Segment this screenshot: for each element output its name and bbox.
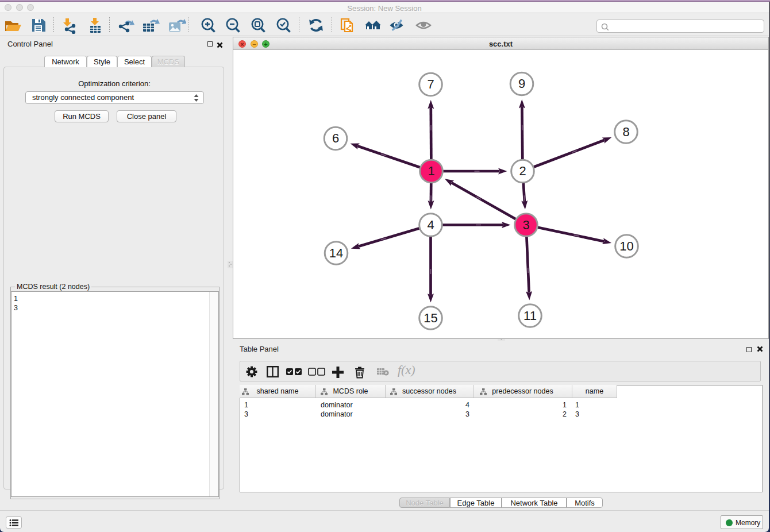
svg-text:9: 9 xyxy=(518,76,525,91)
svg-text:7: 7 xyxy=(427,77,434,91)
svg-text:6: 6 xyxy=(332,131,339,145)
svg-text:10: 10 xyxy=(619,239,633,253)
svg-text:15: 15 xyxy=(424,311,437,325)
svg-text:14: 14 xyxy=(329,246,343,260)
svg-text:3: 3 xyxy=(522,218,529,232)
svg-text:8: 8 xyxy=(622,125,629,139)
svg-text:1: 1 xyxy=(428,164,434,178)
svg-text:2: 2 xyxy=(519,164,526,178)
svg-text:4: 4 xyxy=(427,218,434,232)
svg-text:11: 11 xyxy=(523,309,537,323)
